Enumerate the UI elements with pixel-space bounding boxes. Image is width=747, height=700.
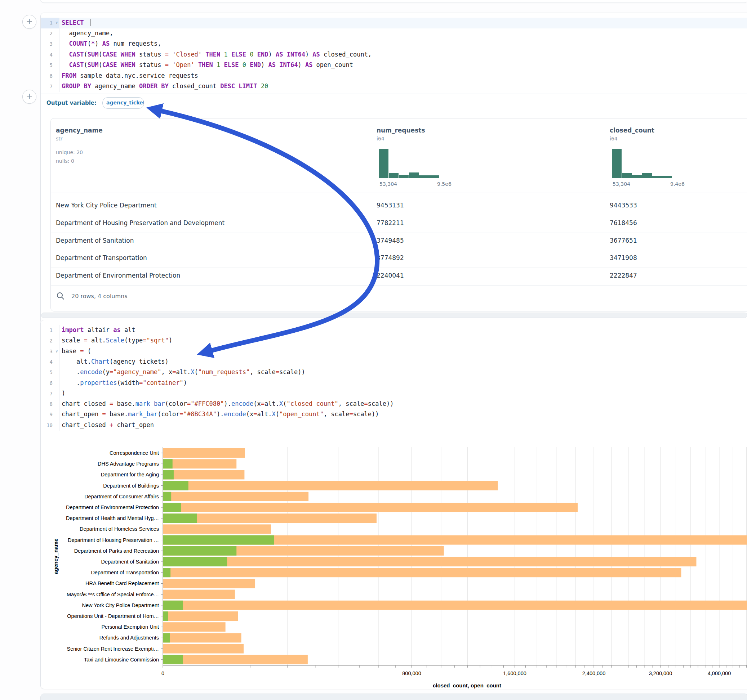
- code-token: scale)): [353, 410, 379, 418]
- code-token: =: [180, 410, 183, 418]
- notebook-page: + + 1∨SELECT 2 agency_name,3 COUNT(*) AS…: [0, 0, 747, 700]
- code-token: CAST: [69, 61, 83, 68]
- code-token: "num_requests": [198, 368, 250, 376]
- python-code-editor[interactable]: 1import altair as alt2scale = alt.Scale(…: [41, 325, 747, 431]
- code-line[interactable]: 3∨base = (: [41, 346, 747, 357]
- open-count-bar: [163, 557, 227, 566]
- code-token: (color: [157, 410, 180, 418]
- code-token: base: [62, 347, 80, 355]
- code-token: scale)): [368, 400, 394, 407]
- line-number: 5: [50, 62, 53, 68]
- closed-count-bar: [163, 568, 681, 577]
- line-number: 9: [50, 412, 53, 417]
- code-token: =: [349, 410, 353, 418]
- open-count-bar: [163, 655, 183, 664]
- line-number: 5: [50, 370, 53, 375]
- bar-chart: Correspondence UnitDHS Advantage Program…: [43, 443, 747, 692]
- code-token: (: [98, 51, 102, 58]
- sql-cell: 1∨SELECT 2 agency_name,3 COUNT(*) AS num…: [40, 13, 747, 324]
- code-token: [246, 61, 250, 68]
- closed-count-bar: [163, 622, 225, 632]
- cell-value: Department of Sanitation: [56, 237, 134, 244]
- code-token: [220, 61, 224, 68]
- search-icon[interactable]: [56, 292, 65, 300]
- line-number-gutter: 8: [41, 399, 59, 410]
- code-token: INT64: [279, 61, 298, 68]
- line-number: 3: [50, 41, 53, 47]
- open-count-bar: [163, 492, 171, 501]
- code-line[interactable]: 6 .properties(width="container"): [41, 378, 747, 389]
- column-type: i64: [610, 136, 618, 142]
- closed-count-bar: [163, 481, 498, 490]
- fold-chevron-icon[interactable]: ∨: [56, 349, 58, 353]
- code-line[interactable]: 3 COUNT(*) AS num_requests,: [41, 39, 747, 50]
- hist-max-label: 9.5e6: [437, 181, 452, 187]
- code-line[interactable]: 7GROUP BY agency_name ORDER BY closed_co…: [41, 81, 747, 92]
- code-token: [62, 51, 69, 58]
- y-axis-label: Department of Sanitation: [101, 559, 159, 564]
- code-line[interactable]: 2 agency_name,: [41, 29, 747, 39]
- code-line[interactable]: 4 alt.Chart(agency_tickets): [41, 357, 747, 368]
- code-token: (x: [246, 410, 253, 418]
- code-line[interactable]: 9chart_open = base.mark_bar(color="#8BC3…: [41, 409, 747, 420]
- code-line[interactable]: 6FROM sample_data.nyc.service_requests: [41, 71, 747, 82]
- table-row-count: 20 rows, 4 columns: [71, 293, 127, 300]
- column-header[interactable]: agency_name: [56, 127, 103, 134]
- code-text: .encode(y="agency_name", x=alt.X("num_re…: [62, 368, 305, 376]
- y-axis-label: Correspondence Unit: [110, 450, 159, 456]
- code-line[interactable]: 4 CAST(SUM(CASE WHEN status = 'Closed' T…: [41, 50, 747, 60]
- add-cell-button-top[interactable]: +: [22, 15, 36, 29]
- code-token: , scale: [250, 368, 276, 376]
- code-line[interactable]: 5 CAST(SUM(CASE WHEN status = 'Open' THE…: [41, 60, 747, 71]
- code-token: =: [143, 337, 146, 344]
- code-token: =: [276, 368, 279, 376]
- code-token: properties: [80, 379, 117, 386]
- result-table: agency_name str unique: 20 nulls: 0 num_…: [50, 118, 747, 311]
- code-line[interactable]: 1import altair as alt: [41, 325, 747, 336]
- code-line[interactable]: 8chart_closed = base.mark_bar(color="#FF…: [41, 399, 747, 410]
- open-count-bar: [163, 568, 171, 577]
- code-token: 'Open': [172, 61, 194, 68]
- code-line[interactable]: 2scale = alt.Scale(type="sqrt"): [41, 336, 747, 346]
- code-token: "sqrt": [146, 337, 168, 344]
- code-token: [117, 61, 121, 68]
- line-number-gutter: 3∨: [41, 346, 59, 357]
- code-token: , scale: [324, 410, 349, 418]
- y-axis-label: Department of Environmental Protection: [66, 504, 159, 510]
- column-header[interactable]: num_requests: [377, 127, 425, 134]
- code-token: ELSE: [224, 61, 239, 68]
- code-text: chart_closed + chart_open: [62, 421, 154, 428]
- code-token: 1: [224, 51, 228, 58]
- code-token: (y: [102, 368, 110, 376]
- code-token: "closed_count": [287, 400, 338, 407]
- code-token: (: [83, 61, 87, 68]
- add-cell-button-middle[interactable]: +: [22, 90, 36, 104]
- line-number-gutter: 6: [41, 71, 59, 82]
- code-token: ).: [224, 400, 231, 407]
- code-token: (agency_tickets): [110, 358, 169, 365]
- code-token: import: [62, 326, 83, 333]
- y-axis-label: Refunds and Adjustments: [100, 635, 159, 641]
- code-token: chart_open: [62, 410, 102, 418]
- code-line[interactable]: 5 .encode(y="agency_name", x=alt.X("num_…: [41, 367, 747, 378]
- code-token: status: [136, 61, 165, 68]
- sql-code-editor[interactable]: 1∨SELECT 2 agency_name,3 COUNT(*) AS num…: [41, 18, 747, 92]
- code-token: =: [364, 400, 367, 407]
- output-variable-pill[interactable]: agency_tickets: [102, 97, 144, 109]
- code-line[interactable]: 10chart_closed + chart_open: [41, 420, 747, 431]
- code-token: CASE: [102, 61, 117, 68]
- fold-chevron-icon[interactable]: ∨: [56, 21, 58, 24]
- output-variable-label: Output variable:: [47, 100, 97, 106]
- code-text: import altair as alt: [62, 326, 136, 333]
- code-token: [220, 51, 224, 58]
- x-tick-label: 4,000,000: [708, 670, 731, 676]
- cell-boundary-strip: [41, 312, 747, 318]
- column-header[interactable]: closed_count: [610, 127, 655, 134]
- code-token: alt.: [88, 337, 106, 344]
- code-token: mark_bar: [128, 410, 157, 418]
- code-token: as: [113, 326, 120, 333]
- code-line[interactable]: 1∨SELECT: [41, 18, 747, 29]
- cell-value: Department of Transportation: [56, 254, 147, 261]
- code-token: ): [183, 379, 187, 386]
- code-line[interactable]: 7): [41, 389, 747, 399]
